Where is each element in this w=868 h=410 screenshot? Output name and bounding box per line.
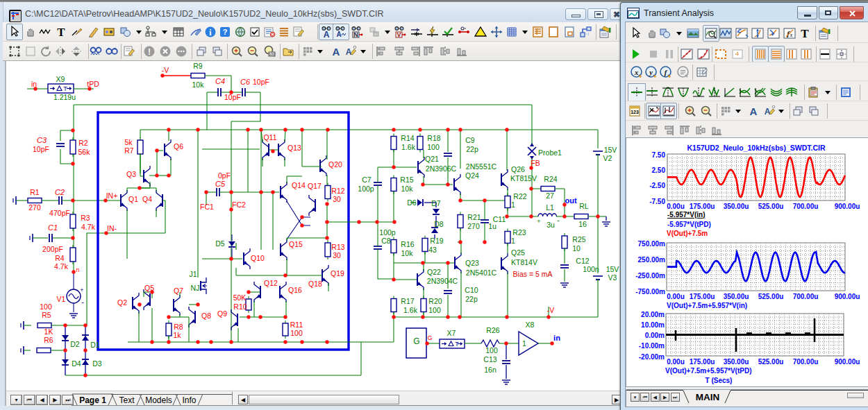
svg-text:1k: 1k <box>173 331 181 339</box>
svg-text:Q17: Q17 <box>308 182 322 190</box>
svg-text:350.00u: 350.00u <box>724 203 749 210</box>
svg-text:700.00u: 700.00u <box>793 203 819 210</box>
svg-text:T: T <box>801 27 809 40</box>
svg-text:Q15: Q15 <box>289 240 303 248</box>
svg-text:R6: R6 <box>44 336 53 344</box>
svg-text:MAIN: MAIN <box>696 392 720 402</box>
svg-text:!: ! <box>148 47 151 57</box>
svg-text:750.00m: 750.00m <box>638 240 666 248</box>
svg-text:350.00u: 350.00u <box>724 293 749 300</box>
svg-text:Q1: Q1 <box>128 195 138 203</box>
svg-text:FC1: FC1 <box>200 203 214 211</box>
svg-text:10.00m: 10.00m <box>641 321 665 329</box>
svg-text:Q21: Q21 <box>425 155 439 163</box>
svg-text:525.00u: 525.00u <box>758 293 784 300</box>
svg-text:in: in <box>553 334 560 342</box>
svg-text:-20.00m: -20.00m <box>639 353 665 361</box>
svg-text:X7: X7 <box>447 329 456 337</box>
svg-text:-V: -V <box>162 66 169 74</box>
svg-text:R3: R3 <box>81 214 90 222</box>
svg-text:R18: R18 <box>427 134 440 142</box>
svg-text:D1: D1 <box>90 341 100 349</box>
svg-text:Q18: Q18 <box>308 280 322 288</box>
svg-text:1.6k: 1.6k <box>403 306 418 314</box>
svg-text:C2: C2 <box>55 188 65 196</box>
svg-text:4.7k: 4.7k <box>81 223 96 231</box>
svg-text:Q5: Q5 <box>144 284 154 292</box>
svg-text:C12: C12 <box>576 257 589 265</box>
svg-text:IN+: IN+ <box>106 191 118 200</box>
svg-text:-: - <box>557 216 560 224</box>
svg-text:A: A <box>750 105 758 117</box>
svg-text:Q4: Q4 <box>142 195 152 203</box>
svg-text:out: out <box>565 196 576 205</box>
svg-text:250.00m: 250.00m <box>638 256 666 264</box>
svg-text:D7: D7 <box>431 199 441 207</box>
svg-text:D3: D3 <box>92 359 102 368</box>
svg-text:2.50: 2.50 <box>652 166 666 174</box>
svg-text:-750.00m: -750.00m <box>635 288 665 296</box>
svg-text:1: 1 <box>511 237 515 245</box>
svg-text:700.00u: 700.00u <box>793 358 819 366</box>
svg-text:T (Secs): T (Secs) <box>706 377 733 384</box>
svg-text:V(Out)+7.5m: V(Out)+7.5m <box>667 230 708 237</box>
svg-text:43: 43 <box>428 246 437 254</box>
svg-text:D4: D4 <box>72 359 81 368</box>
svg-text:+: + <box>80 287 83 293</box>
svg-text:R26: R26 <box>486 326 499 334</box>
svg-text:C9: C9 <box>465 136 475 144</box>
svg-text:-: - <box>81 298 84 306</box>
svg-text:175.00u: 175.00u <box>690 358 715 366</box>
svg-text:10k: 10k <box>401 185 414 193</box>
svg-text:R8: R8 <box>174 323 183 331</box>
svg-text:R13: R13 <box>331 243 344 251</box>
svg-text:900.00u: 900.00u <box>835 203 860 210</box>
svg-text:x: x <box>634 69 638 76</box>
svg-text:R4: R4 <box>55 254 65 262</box>
svg-text:R10: R10 <box>233 302 247 311</box>
svg-text:R20: R20 <box>428 297 442 305</box>
svg-text:C13: C13 <box>483 355 496 364</box>
svg-text:4.7k: 4.7k <box>54 262 69 271</box>
svg-text:900.00u: 900.00u <box>835 293 860 300</box>
svg-text:Bias = 5 mA: Bias = 5 mA <box>513 270 553 278</box>
svg-text:27: 27 <box>546 191 554 200</box>
svg-text:R7: R7 <box>124 146 134 155</box>
svg-text:Probe1: Probe1 <box>538 148 562 157</box>
svg-text:?: ? <box>223 28 228 36</box>
svg-text:KT814V: KT814V <box>511 258 537 266</box>
svg-text:175.00u: 175.00u <box>690 293 715 300</box>
svg-text:Q7: Q7 <box>174 287 183 295</box>
svg-text:V3: V3 <box>608 273 617 282</box>
svg-text:R22: R22 <box>513 192 526 200</box>
svg-text:RL: RL <box>579 202 589 210</box>
svg-text:R12: R12 <box>331 187 344 195</box>
svg-text:525.00u: 525.00u <box>758 203 784 210</box>
svg-text:2N3906C: 2N3906C <box>426 164 457 173</box>
svg-text:V2: V2 <box>603 154 612 162</box>
svg-text:3u: 3u <box>546 221 555 229</box>
svg-text:100: 100 <box>40 302 52 311</box>
svg-text:V: V <box>397 31 401 38</box>
svg-text:100p: 100p <box>379 228 396 237</box>
svg-text:R25: R25 <box>572 235 585 244</box>
svg-text:100: 100 <box>427 143 440 151</box>
svg-text:R21: R21 <box>467 213 481 221</box>
svg-text:16: 16 <box>578 220 587 228</box>
svg-text:1.219u: 1.219u <box>53 93 76 101</box>
svg-text:22p: 22p <box>466 145 478 153</box>
svg-text:R16: R16 <box>401 240 414 248</box>
svg-text:R9: R9 <box>193 62 203 70</box>
svg-text:y: y <box>648 69 653 76</box>
svg-text:D8: D8 <box>434 220 444 228</box>
svg-text:Models: Models <box>145 395 172 405</box>
svg-text:10k: 10k <box>401 249 414 257</box>
svg-text:-V: -V <box>547 306 555 314</box>
svg-text:Q19: Q19 <box>331 269 344 277</box>
svg-text:Info: Info <box>182 395 196 405</box>
svg-text:R17: R17 <box>401 297 414 305</box>
svg-text:N: N <box>353 31 358 38</box>
svg-text:0.00u: 0.00u <box>667 358 685 366</box>
svg-text:100: 100 <box>290 329 303 337</box>
svg-text:Q24: Q24 <box>465 171 479 180</box>
